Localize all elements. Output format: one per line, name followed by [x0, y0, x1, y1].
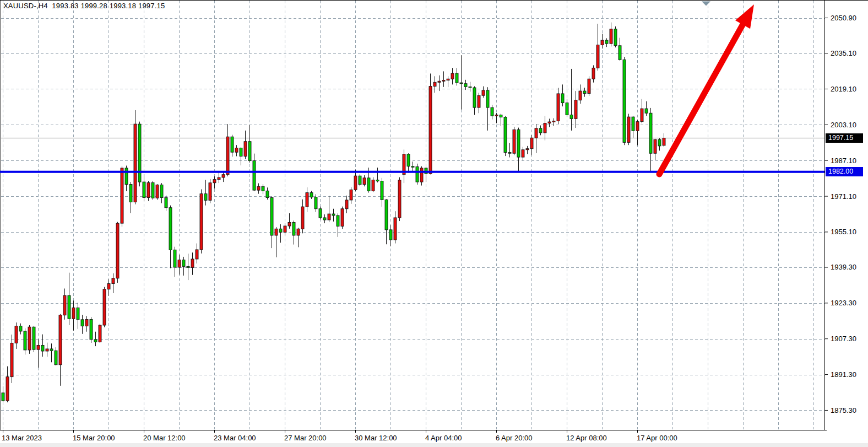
- bearish-candle: [204, 194, 207, 201]
- bearish-candle: [32, 327, 35, 349]
- bullish-candle: [596, 45, 599, 68]
- bullish-candle: [420, 168, 423, 182]
- bullish-candle: [275, 229, 278, 235]
- bearish-candle: [129, 185, 132, 202]
- bearish-candle: [143, 182, 145, 197]
- bearish-candle: [561, 94, 564, 103]
- chart-window: 2050.902035.102019.102003.101987.101971.…: [0, 0, 868, 447]
- bearish-candle: [55, 351, 57, 365]
- bearish-candle: [411, 166, 414, 168]
- price-tick-label: 2003.10: [831, 121, 856, 129]
- time-tick-label: 12 Apr 08:00: [566, 434, 607, 442]
- bullish-candle: [235, 148, 238, 152]
- bullish-candle: [354, 176, 357, 190]
- price-tick-label: 1923.30: [831, 299, 856, 307]
- bullish-candle: [107, 284, 110, 289]
- bullish-candle: [641, 109, 643, 122]
- price-tick-label: 1875.30: [831, 406, 856, 414]
- bearish-candle: [90, 319, 93, 339]
- time-tick-label: 6 Apr 20:00: [496, 434, 533, 442]
- time-tick-label: 30 Mar 12:00: [355, 434, 397, 442]
- bullish-candle: [548, 122, 551, 123]
- bearish-candle: [367, 178, 370, 191]
- bullish-candle: [196, 250, 198, 259]
- bullish-candle: [372, 180, 375, 191]
- price-tick-label: 1891.30: [831, 370, 856, 379]
- bullish-candle: [530, 138, 533, 148]
- price-tick-label: 1955.10: [831, 228, 856, 236]
- time-tick-label: 13 Mar 2023: [2, 434, 42, 442]
- bullish-candle: [574, 100, 577, 119]
- bearish-candle: [385, 200, 388, 230]
- bullish-candle: [433, 82, 436, 86]
- time-axis[interactable]: 13 Mar 202315 Mar 20:0020 Mar 12:0023 Ma…: [2, 430, 677, 442]
- time-tick-label: 27 Mar 20:00: [284, 434, 327, 442]
- bearish-candle: [645, 109, 648, 113]
- bullish-candle: [226, 137, 229, 175]
- bullish-candle: [482, 90, 485, 95]
- bearish-candle: [455, 73, 458, 83]
- time-tick-label: 15 Mar 20:00: [73, 434, 115, 442]
- bullish-candle: [544, 123, 546, 132]
- bullish-candle: [513, 130, 516, 153]
- bearish-candle: [389, 230, 392, 240]
- bullish-candle: [398, 180, 401, 218]
- bullish-candle: [350, 190, 352, 200]
- time-tick-label: 4 Apr 04:00: [425, 434, 462, 442]
- bullish-candle: [442, 80, 445, 82]
- bearish-candle: [658, 139, 661, 146]
- bullish-candle: [147, 182, 150, 197]
- bearish-candle: [614, 29, 617, 46]
- bullish-candle: [654, 139, 657, 153]
- bearish-candle: [160, 185, 163, 197]
- bullish-candle: [15, 326, 18, 343]
- bearish-candle: [279, 229, 282, 232]
- bearish-candle: [469, 87, 471, 88]
- bearish-candle: [125, 168, 128, 185]
- price-tick-label: 1939.30: [831, 263, 856, 271]
- bearish-candle: [165, 197, 167, 207]
- bearish-candle: [566, 103, 568, 115]
- time-tick-label: 23 Mar 04:00: [214, 434, 256, 442]
- bearish-candle: [508, 153, 511, 154]
- bearish-candle: [231, 137, 234, 152]
- bearish-candle: [416, 167, 419, 182]
- bearish-candle: [151, 182, 154, 198]
- bearish-candle: [68, 295, 70, 319]
- bearish-candle: [262, 186, 264, 191]
- bullish-candle: [72, 308, 75, 319]
- bearish-candle: [407, 154, 410, 166]
- bearish-candle: [539, 128, 542, 133]
- bullish-candle: [103, 289, 106, 325]
- window-bottom-edge: [0, 443, 868, 447]
- bearish-candle: [310, 193, 313, 197]
- bullish-candle: [218, 177, 220, 180]
- bearish-candle: [138, 124, 141, 182]
- chart-title-ohlc: XAUUSD-,H4 1993.83 1999.28 1993.18 1997.…: [3, 2, 165, 10]
- bullish-candle: [85, 319, 88, 326]
- bearish-candle: [266, 191, 269, 197]
- bullish-candle: [495, 115, 498, 116]
- bullish-candle: [663, 138, 665, 145]
- bullish-candle: [191, 259, 194, 267]
- price-tick-label: 1987.10: [831, 157, 856, 165]
- bearish-candle: [248, 142, 251, 161]
- bearish-candle: [623, 60, 626, 142]
- bearish-candle: [77, 308, 79, 319]
- bearish-candle: [381, 181, 383, 200]
- price-chart-canvas[interactable]: 2050.902035.102019.102003.101987.101971.…: [0, 0, 868, 447]
- plot-area[interactable]: [0, 0, 868, 430]
- bullish-candle: [478, 95, 480, 107]
- bullish-candle: [99, 325, 101, 342]
- bearish-candle: [50, 349, 53, 351]
- bullish-candle: [522, 150, 524, 157]
- bullish-candle: [297, 229, 300, 235]
- bullish-candle: [438, 81, 441, 82]
- bearish-candle: [359, 176, 361, 184]
- support-price-badge[interactable]: 1982.00: [826, 167, 863, 176]
- bullish-candle: [37, 345, 40, 349]
- bearish-candle: [460, 83, 463, 84]
- bearish-candle: [41, 345, 44, 351]
- bullish-candle: [213, 180, 216, 183]
- bullish-candle: [592, 68, 595, 79]
